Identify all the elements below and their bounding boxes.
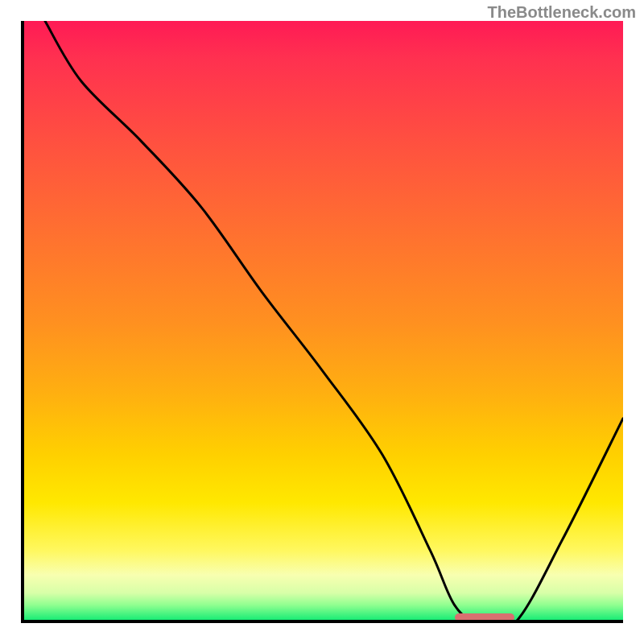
- optimal-range-marker: [455, 613, 515, 621]
- plot-area: [21, 21, 623, 623]
- chart-container: TheBottleneck.com: [0, 0, 644, 644]
- gradient-background: [21, 21, 623, 623]
- watermark-text: TheBottleneck.com: [488, 3, 636, 22]
